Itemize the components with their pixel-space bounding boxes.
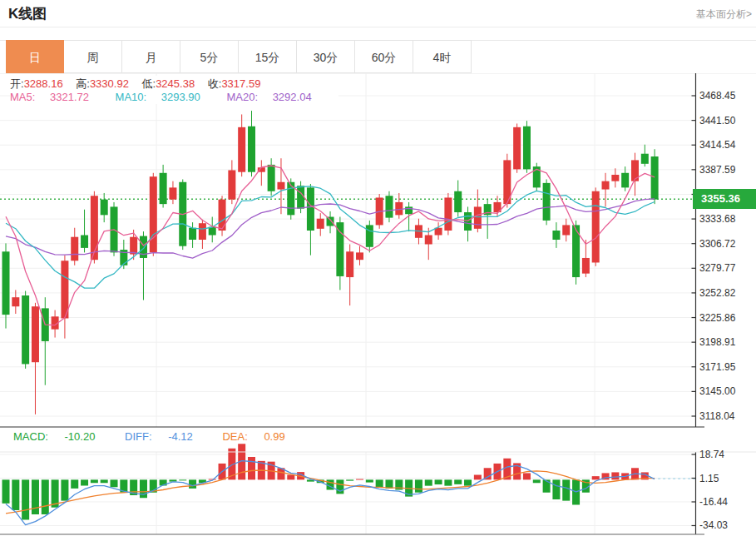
macd-hist-bar <box>140 479 147 498</box>
price-tick-label: 3171.95 <box>699 361 735 373</box>
low-label: 低: <box>142 77 156 90</box>
price-tick-label: 3387.59 <box>699 164 735 176</box>
price-tick-label: 3414.54 <box>699 139 735 151</box>
price-tick-label: 3306.72 <box>699 238 735 250</box>
macd-hist-bar <box>435 479 442 484</box>
macd-hist-bar <box>336 479 343 494</box>
price-tick-label: 3145.00 <box>699 385 735 397</box>
candle-body <box>169 187 176 199</box>
macd-hist-bar <box>101 479 108 483</box>
candle-body <box>277 182 284 190</box>
candle-body <box>160 173 167 204</box>
candle-body <box>592 191 600 263</box>
kline-widget: K线图 基本面分析> 日周月5分15分30分60分4时 开:3288.16 高:… <box>0 0 756 536</box>
dea-value-readout: DEA: 0.99 <box>222 430 298 443</box>
macd-hist-bar <box>464 479 472 485</box>
macd-hist-bar <box>91 479 98 483</box>
price-tick-label: 3333.68 <box>699 213 735 225</box>
open-value: 3288.16 <box>24 77 63 90</box>
candle-body <box>12 297 19 306</box>
candle-body <box>543 183 551 221</box>
close-value: 3317.59 <box>221 77 260 90</box>
macd-hist-bar <box>61 479 68 500</box>
tab-日[interactable]: 日 <box>6 40 64 73</box>
tab-60分[interactable]: 60分 <box>355 40 413 73</box>
macd-hist-bar <box>376 479 383 487</box>
candle-body <box>238 127 245 172</box>
macd-hist-bar <box>189 479 196 489</box>
macd-hist-bar <box>179 479 186 480</box>
macd-hist-bar <box>42 479 49 514</box>
candle-body <box>130 237 137 255</box>
macd-hist-bar <box>22 479 29 519</box>
candle-body <box>582 258 590 274</box>
macd-hist-bar <box>2 479 10 504</box>
candle-body <box>562 225 570 235</box>
macd-tick-label: -34.03 <box>699 519 728 531</box>
open-label: 开: <box>10 77 24 90</box>
candle-body <box>268 165 275 191</box>
candle-body <box>327 217 334 226</box>
ma10-readout: MA10: 3293.90 <box>116 91 212 103</box>
candle-body <box>317 219 324 229</box>
tab-15分[interactable]: 15分 <box>239 40 297 73</box>
low-value: 3245.38 <box>156 77 195 90</box>
macd-hist-bar <box>81 479 88 485</box>
ma-readout: MA5: 3321.72 MA10: 3293.90 MA20: 3292.04 <box>10 90 338 104</box>
candle-body <box>523 127 531 170</box>
macd-hist-bar <box>248 457 255 479</box>
macd-hist-bar <box>415 479 422 492</box>
macd-hist-bar <box>287 475 294 480</box>
tab-30分[interactable]: 30分 <box>297 40 355 73</box>
candle-body <box>71 237 78 261</box>
macd-hist-bar <box>444 479 452 485</box>
candle-body <box>336 222 343 276</box>
candle-body <box>346 251 353 277</box>
close-label: 收: <box>208 77 222 90</box>
macd-hist-bar <box>523 473 531 479</box>
candle-body <box>307 187 314 231</box>
macd-hist-bar <box>611 472 619 479</box>
price-tick-label: 3198.91 <box>699 336 735 348</box>
candle-body <box>454 191 462 212</box>
macd-hist-bar <box>425 479 432 485</box>
candle-body <box>189 228 196 240</box>
candle-body <box>651 156 659 200</box>
ma5-readout: MA5: 3321.72 <box>10 91 101 103</box>
price-tick-label: 3252.82 <box>699 287 735 299</box>
macd-hist-bar <box>71 479 78 489</box>
ma20-readout: MA20: 3292.04 <box>226 91 323 103</box>
macd-hist-bar <box>562 479 570 500</box>
candle-body <box>385 196 393 217</box>
candle-body <box>219 200 226 231</box>
ma5-line <box>6 166 655 325</box>
candle-body <box>91 196 98 260</box>
candle-body <box>474 206 482 228</box>
macd-hist-bar <box>474 475 482 480</box>
candle-body <box>150 176 157 252</box>
tab-周[interactable]: 周 <box>64 40 122 73</box>
tab-4时[interactable]: 4时 <box>413 40 472 73</box>
high-label: 高: <box>76 77 90 90</box>
candle-body <box>602 181 610 190</box>
macd-hist-bar <box>533 479 541 483</box>
candle-body <box>641 154 649 164</box>
tab-月[interactable]: 月 <box>122 40 180 73</box>
candle-body <box>297 186 304 208</box>
candle-body <box>22 295 29 364</box>
tab-5分[interactable]: 5分 <box>180 40 239 73</box>
macd-tick-label: -16.44 <box>699 496 728 508</box>
macd-hist-bar <box>346 479 353 480</box>
macd-value-readout: MACD: -10.20 <box>13 430 108 443</box>
candle-body <box>611 175 619 181</box>
candle-body <box>32 306 39 362</box>
macd-hist-bar <box>454 479 462 484</box>
candle-body <box>199 223 206 240</box>
high-value: 3330.92 <box>90 77 129 90</box>
candle-body <box>425 235 432 244</box>
candle-body <box>464 212 472 231</box>
macd-readout: MACD: -10.20 DIFF: -4.12 DEA: 0.99 <box>13 430 312 443</box>
candle-body <box>366 225 373 246</box>
price-tick-label: 3225.86 <box>699 312 735 324</box>
period-tabs: 日周月5分15分30分60分4时 <box>6 40 472 73</box>
